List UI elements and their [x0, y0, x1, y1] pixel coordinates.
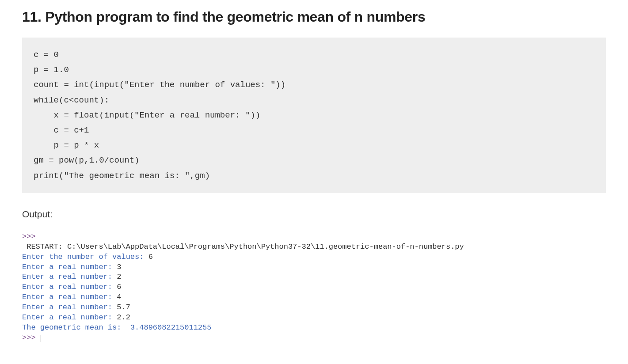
prompt-text: Enter a real number:: [22, 263, 117, 271]
prompt-text: Enter a real number:: [22, 273, 117, 281]
output-label: Output:: [22, 209, 606, 220]
prompt-text: Enter a real number:: [22, 313, 117, 322]
prompt-text: Enter the number of values:: [22, 253, 148, 261]
code-block: c = 0 p = 1.0 count = int(input("Enter t…: [22, 38, 606, 193]
python-prompt: >>>: [22, 334, 40, 342]
terminal-output: >>> RESTART: C:\Users\Lab\AppData\Local\…: [22, 232, 606, 343]
section-heading: 11. Python program to find the geometric…: [22, 9, 606, 25]
prompt-text: Enter a real number:: [22, 303, 117, 311]
user-input: 6: [148, 253, 153, 261]
result-value: 3.4896082215011255: [130, 323, 212, 332]
result-label: The geometric mean is:: [22, 323, 130, 332]
user-input: 6: [117, 283, 121, 291]
python-prompt: >>>: [22, 232, 40, 241]
user-input: 4: [117, 293, 121, 301]
prompt-text: Enter a real number:: [22, 283, 117, 291]
user-input: 2.2: [117, 313, 130, 322]
prompt-text: Enter a real number:: [22, 293, 117, 301]
user-input: 3: [117, 263, 121, 271]
restart-line: RESTART: C:\Users\Lab\AppData\Local\Prog…: [22, 243, 464, 251]
cursor-icon: [41, 335, 41, 342]
user-input: 5.7: [117, 303, 130, 311]
user-input: 2: [117, 273, 121, 281]
